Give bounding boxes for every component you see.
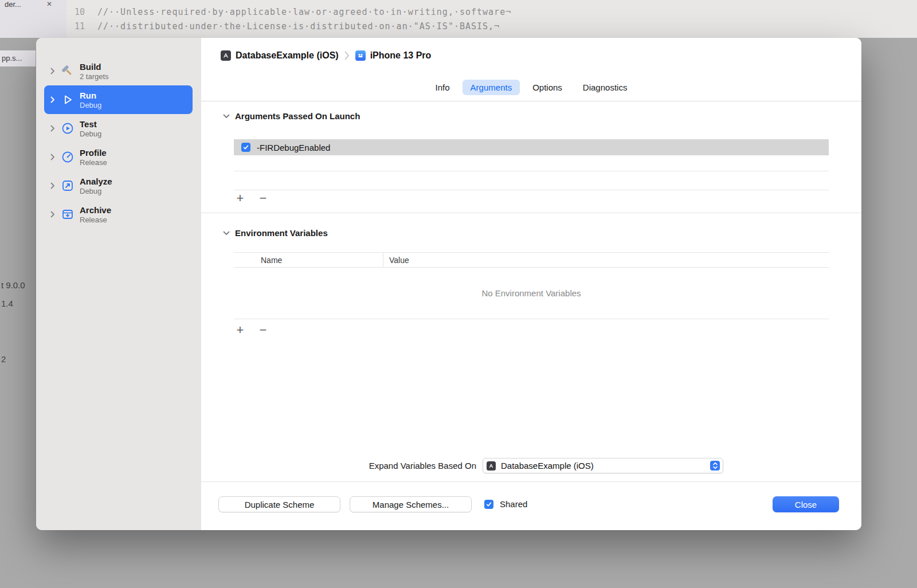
- sidebar-item-label: Profile: [80, 148, 107, 158]
- destination-name[interactable]: iPhone 13 Pro: [370, 50, 432, 61]
- line-number: 11: [0, 21, 97, 32]
- sidebar-item-build[interactable]: Build 2 targets: [44, 57, 193, 85]
- environment-add-remove: + −: [234, 323, 269, 337]
- chevron-right-icon[interactable]: [50, 96, 57, 103]
- hammer-icon: [60, 64, 75, 79]
- manage-schemes-button[interactable]: Manage Schemes...: [350, 496, 472, 512]
- scheme-tabs: Info Arguments Options Diagnostics: [201, 73, 861, 101]
- chevron-right-icon[interactable]: [50, 182, 57, 189]
- chevron-right-icon[interactable]: [50, 154, 57, 160]
- sidebar-item-label: Analyze: [80, 177, 112, 186]
- scheme-editor-main: DatabaseExample (iOS) iPhone 13 Pro Info…: [201, 38, 861, 530]
- dropdown-stepper-icon[interactable]: [710, 461, 720, 471]
- environment-section-header: Environment Variables: [223, 228, 328, 238]
- scheme-name[interactable]: DatabaseExample (iOS): [236, 50, 339, 61]
- sidebar-item-profile[interactable]: Profile Release: [44, 143, 193, 171]
- remove-variable-button[interactable]: −: [257, 323, 269, 337]
- background-editor: der... ✕ 10 //··Unless·required·by·appli…: [0, 0, 917, 38]
- argument-checkbox[interactable]: [241, 143, 250, 152]
- footer-divider: [201, 481, 861, 482]
- code-text: //··distributed·under·the·License·is·dis…: [97, 21, 500, 32]
- arguments-add-remove: + −: [234, 191, 269, 205]
- environment-variables-table: Name Value No Environment Variables: [234, 252, 829, 319]
- expand-variables-row: Expand Variables Based On DatabaseExampl…: [201, 458, 861, 474]
- scheme-editor-dialog: Build 2 targets Run Debug Test Debug: [36, 38, 861, 530]
- sidebar-item-sublabel: Debug: [80, 101, 101, 109]
- column-header-name: Name: [234, 253, 383, 267]
- launch-arguments-table: -FIRDebugEnabled: [234, 139, 829, 190]
- scheme-header: DatabaseExample (iOS) iPhone 13 Pro: [201, 38, 861, 73]
- sidebar-item-archive[interactable]: Archive Release: [44, 200, 193, 229]
- table-header: Name Value: [234, 252, 829, 268]
- destination-app-icon: [355, 50, 366, 61]
- background-text-fragment: 2: [1, 354, 6, 364]
- arguments-section-header: Arguments Passed On Launch: [223, 111, 360, 121]
- sidebar-item-run[interactable]: Run Debug: [44, 85, 193, 114]
- column-header-value: Value: [383, 253, 829, 267]
- scheme-actions-sidebar: Build 2 targets Run Debug Test Debug: [36, 38, 201, 530]
- sidebar-item-label: Test: [80, 119, 101, 129]
- section-divider: [201, 213, 861, 213]
- test-play-icon: [60, 121, 75, 136]
- tab-arguments[interactable]: Arguments: [463, 80, 520, 95]
- empty-state-text: No Environment Variables: [234, 268, 829, 319]
- code-line: 11 //··distributed·under·the·License·is·…: [0, 21, 917, 32]
- section-title: Environment Variables: [235, 228, 328, 238]
- expand-variables-dropdown[interactable]: DatabaseExample (iOS): [483, 458, 723, 473]
- tab-diagnostics[interactable]: Diagnostics: [575, 80, 636, 95]
- analyze-icon: [60, 178, 75, 193]
- duplicate-scheme-button[interactable]: Duplicate Scheme: [218, 496, 340, 512]
- sidebar-item-label: Run: [80, 91, 101, 100]
- line-number: 10: [0, 7, 97, 17]
- breadcrumb-chevron-icon: [344, 51, 350, 60]
- argument-row[interactable]: -FIRDebugEnabled: [234, 139, 829, 155]
- chevron-down-icon[interactable]: [223, 111, 230, 121]
- sidebar-item-sublabel: Release: [80, 215, 111, 224]
- scheme-app-icon: [487, 461, 496, 471]
- chevron-right-icon[interactable]: [50, 125, 57, 132]
- argument-row-empty: [234, 155, 829, 171]
- tab-options[interactable]: Options: [524, 80, 570, 95]
- sidebar-item-sublabel: 2 targets: [80, 72, 109, 81]
- background-tab-fragment: pp.s...: [0, 50, 36, 66]
- chevron-right-icon[interactable]: [50, 68, 57, 75]
- chevron-down-icon[interactable]: [223, 228, 230, 238]
- expand-variables-label: Expand Variables Based On: [369, 458, 476, 474]
- scheme-app-icon: [221, 50, 231, 61]
- argument-row-empty: [234, 171, 829, 190]
- sidebar-item-sublabel: Release: [80, 158, 107, 167]
- shared-checkbox[interactable]: [484, 500, 493, 509]
- add-variable-button[interactable]: +: [234, 323, 246, 337]
- archive-box-icon: [60, 207, 75, 222]
- dropdown-selected-value: DatabaseExample (iOS): [501, 461, 710, 471]
- sidebar-item-label: Build: [80, 62, 109, 72]
- tab-info[interactable]: Info: [428, 80, 458, 95]
- section-title: Arguments Passed On Launch: [235, 111, 360, 121]
- background-text-fragment: 1.4: [1, 299, 13, 308]
- shared-checkbox-label[interactable]: Shared: [500, 496, 527, 512]
- gauge-icon: [60, 150, 75, 164]
- sidebar-item-test[interactable]: Test Debug: [44, 114, 193, 143]
- chevron-right-icon[interactable]: [50, 211, 57, 218]
- background-text-fragment: t 9.0.0: [1, 280, 25, 290]
- remove-argument-button[interactable]: −: [257, 191, 269, 205]
- add-argument-button[interactable]: +: [234, 191, 246, 205]
- sidebar-item-analyze[interactable]: Analyze Debug: [44, 171, 193, 200]
- code-line: 10 //··Unless·required·by·applicable·law…: [0, 7, 917, 17]
- code-text: //··Unless·required·by·applicable·law·or…: [97, 7, 511, 17]
- argument-label: -FIRDebugEnabled: [257, 143, 330, 152]
- sidebar-item-sublabel: Debug: [80, 187, 112, 195]
- close-button[interactable]: Close: [773, 496, 839, 512]
- sidebar-item-sublabel: Debug: [80, 130, 101, 138]
- sidebar-item-label: Archive: [80, 205, 111, 215]
- play-icon: [60, 92, 75, 107]
